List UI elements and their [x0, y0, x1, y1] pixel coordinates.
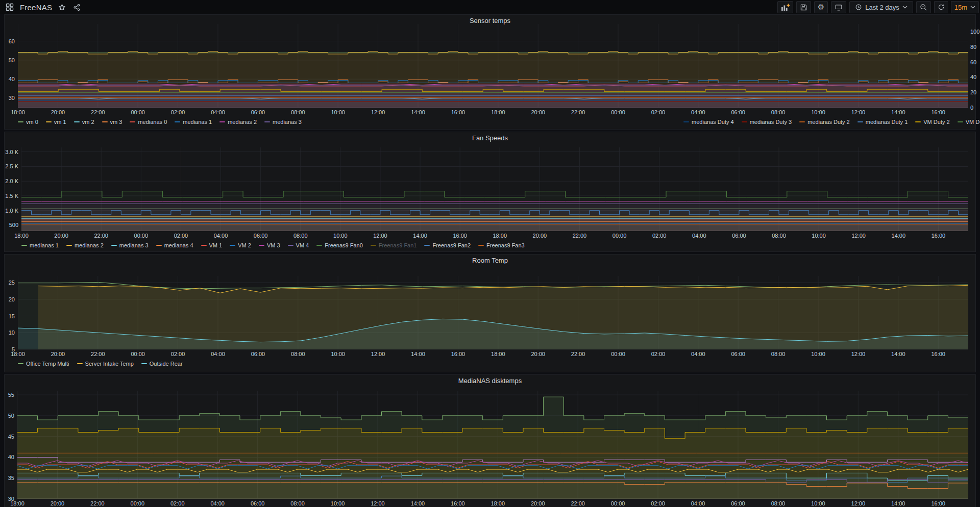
x-tick-label: 22:00: [573, 233, 587, 239]
x-tick-label: 18:00: [11, 109, 25, 115]
x-tick-label: 20:00: [51, 351, 65, 357]
legend-item-medianas-duty-1[interactable]: medianas Duty 1: [857, 119, 908, 125]
chart-canvas[interactable]: [17, 391, 968, 499]
refresh-button[interactable]: [934, 1, 948, 13]
legend-item-vm-1[interactable]: vm 1: [46, 119, 66, 125]
legend-right: medianas Duty 4medianas Duty 3medianas D…: [683, 119, 980, 125]
legend-swatch: [21, 245, 27, 246]
x-tick-label: 02:00: [651, 351, 666, 357]
refresh-interval-dropdown[interactable]: 15m: [951, 1, 979, 13]
add-panel-button[interactable]: [777, 1, 793, 13]
legend-item-freenas9-fan2[interactable]: Freenas9 Fan2: [424, 242, 471, 248]
x-tick-label: 14:00: [892, 233, 906, 239]
x-tick-label: 02:00: [171, 109, 185, 115]
y-tick-label: 55: [8, 392, 14, 398]
legend-swatch: [683, 121, 689, 122]
legend-item-vm-1[interactable]: VM 1: [201, 242, 223, 248]
refresh-icon: [938, 4, 945, 11]
clock-icon: [855, 4, 862, 11]
legend-item-vm-0[interactable]: vm 0: [18, 119, 38, 125]
legend-swatch: [915, 121, 921, 122]
x-tick-label: 22:00: [571, 351, 585, 357]
legend-item-medianas-duty-2[interactable]: medianas Duty 2: [799, 119, 850, 125]
dashboard-settings-button[interactable]: ⚙: [814, 1, 828, 13]
legend-item-freenas9-fan3[interactable]: Freenas9 Fan3: [478, 242, 525, 248]
panel-title[interactable]: Fan Speeds: [5, 134, 975, 142]
legend-swatch: [130, 121, 135, 122]
panel-medianas-disktemps: MediaNAS disktemps 303540455055 18:0020:…: [4, 374, 976, 507]
panel-title[interactable]: Room Temp: [5, 257, 975, 264]
legend-item-medianas-1[interactable]: medianas 1: [21, 242, 59, 248]
x-tick-label: 02:00: [652, 233, 667, 239]
legend-item-vm-2[interactable]: vm 2: [74, 119, 94, 125]
time-range-label: Last 2 days: [865, 4, 899, 11]
legend-item-medianas-0[interactable]: medianas 0: [130, 119, 167, 125]
x-tick-label: 04:00: [691, 500, 705, 506]
add-panel-icon: [781, 4, 790, 11]
y-tick-label: 2.0 K: [5, 178, 18, 184]
time-range-picker[interactable]: Last 2 days: [849, 1, 913, 13]
x-tick-label: 20:00: [51, 500, 65, 506]
x-tick-label: 10:00: [811, 351, 825, 357]
legend-item-medianas-duty-4[interactable]: medianas Duty 4: [683, 119, 734, 125]
legend-item-medianas-2[interactable]: medianas 2: [219, 119, 257, 125]
share-dashboard-button[interactable]: [72, 3, 82, 12]
cycle-view-mode-button[interactable]: [831, 1, 846, 13]
star-dashboard-button[interactable]: [57, 3, 67, 12]
save-dashboard-button[interactable]: [796, 1, 811, 13]
legend-item-medianas-2[interactable]: medianas 2: [66, 242, 104, 248]
legend-swatch: [857, 121, 863, 122]
chart-canvas[interactable]: [18, 24, 968, 108]
chevron-down-icon: [970, 6, 975, 9]
panel-title[interactable]: Sensor temps: [5, 17, 975, 24]
legend-item-medianas-4[interactable]: medianas 4: [156, 242, 193, 248]
x-axis: 18:0020:0022:0000:0002:0004:0006:0008:00…: [18, 109, 968, 116]
chart-canvas[interactable]: [18, 276, 968, 349]
legend-item-freenas9-fan1[interactable]: Freenas9 Fan1: [371, 242, 417, 248]
legend-swatch: [141, 363, 147, 364]
legend-item-vm-2[interactable]: VM 2: [230, 242, 251, 248]
legend-item-vm-duty-2[interactable]: VM Duty 2: [915, 119, 949, 125]
legend-swatch: [74, 121, 80, 122]
x-tick-label: 10:00: [333, 233, 348, 239]
x-tick-label: 12:00: [371, 500, 385, 506]
legend-item-medianas-1[interactable]: medianas 1: [175, 119, 212, 125]
panel-title[interactable]: MediaNAS disktemps: [5, 377, 975, 385]
legend-item-vm-duty-1[interactable]: VM Duty 1: [958, 119, 980, 125]
legend-swatch: [371, 245, 376, 246]
legend-item-medianas-duty-3[interactable]: medianas Duty 3: [742, 119, 792, 125]
legend: medianas 1medianas 2medianas 3medianas 4…: [21, 242, 967, 248]
x-tick-label: 16:00: [932, 233, 946, 239]
x-tick-label: 10:00: [331, 351, 345, 357]
legend-item-medianas-3[interactable]: medianas 3: [111, 242, 149, 248]
x-tick-label: 16:00: [451, 351, 465, 357]
legend-item-office-temp-multi[interactable]: Office Temp Multi: [18, 361, 69, 367]
y-tick-label-right: 20: [970, 89, 976, 95]
legend-item-medianas-3[interactable]: medianas 3: [264, 119, 302, 125]
dashboard-title: FreeNAS: [20, 3, 52, 12]
x-tick-label: 02:00: [651, 500, 665, 506]
legend-item-vm-3[interactable]: VM 3: [259, 242, 280, 248]
zoom-out-time-button[interactable]: [916, 1, 931, 13]
x-tick-label: 08:00: [771, 109, 786, 115]
x-tick-label: 06:00: [251, 500, 265, 506]
chart-canvas[interactable]: [21, 147, 968, 231]
top-navbar: FreeNAS: [0, 0, 980, 14]
legend-swatch: [201, 245, 207, 246]
legend-swatch: [316, 245, 322, 246]
x-tick-label: 08:00: [293, 233, 308, 239]
x-tick-label: 18:00: [10, 500, 24, 506]
legend-item-vm-4[interactable]: VM 4: [288, 242, 309, 248]
x-tick-label: 04:00: [692, 233, 706, 239]
legend-item-outside-rear[interactable]: Outside Rear: [141, 361, 183, 367]
legend-item-vm-3[interactable]: vm 3: [102, 119, 122, 125]
x-tick-label: 16:00: [451, 109, 465, 115]
x-tick-label: 16:00: [931, 109, 945, 115]
x-tick-label: 02:00: [170, 500, 185, 506]
y-axis-left: 30405060: [5, 24, 15, 108]
legend-item-server-intake-temp[interactable]: Server Intake Temp: [77, 361, 134, 367]
x-tick-label: 10:00: [331, 109, 345, 115]
navbar-actions: ⚙ Last 2 days: [777, 1, 980, 13]
dashboards-grid-icon[interactable]: [5, 2, 15, 12]
legend-item-freenas9-fan0[interactable]: Freenas9 Fan0: [316, 242, 363, 248]
